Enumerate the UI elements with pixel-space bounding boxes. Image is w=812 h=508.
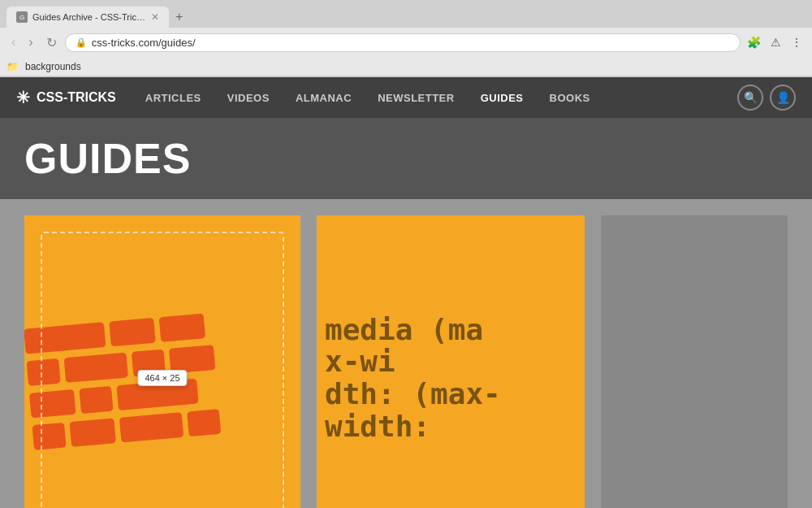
- guides-grid: ↗ 464 × 25 A Complete Guide to Flexbox L…: [24, 215, 788, 508]
- profile-button[interactable]: ⚠: [767, 33, 784, 52]
- tab-title: Guides Archive - CSS-Tricks A...: [32, 12, 146, 22]
- logo-star-icon: ✳: [16, 88, 30, 107]
- site-nav: ✳ CSS-TRICKS ARTICLES VIDEOS ALMANAC NEW…: [0, 77, 812, 118]
- bookmark-backgrounds[interactable]: backgrounds: [25, 61, 81, 72]
- guide-card-flexbox[interactable]: ↗ 464 × 25 A Complete Guide to Flexbox L…: [24, 215, 300, 508]
- guide-card-media[interactable]: media (max-width: (max-width: Media Quer…: [317, 215, 585, 508]
- logo-text: CSS-TRICKS: [37, 90, 116, 105]
- tooltip-badge: 464 × 25: [137, 370, 187, 386]
- page-header: GUIDES: [0, 118, 812, 199]
- new-tab-button[interactable]: +: [169, 7, 189, 28]
- browser-tabs: G Guides Archive - CSS-Tricks A... ✕ +: [0, 0, 812, 28]
- bookmark-folder-icon: 📁: [6, 61, 19, 72]
- lock-icon: 🔒: [76, 37, 87, 48]
- nav-books[interactable]: BOOKS: [537, 77, 603, 118]
- nav-actions: 🔍 👤: [737, 85, 796, 111]
- page-title: GUIDES: [24, 134, 788, 183]
- media-code-text: media (max-width: (max-width:: [325, 314, 577, 442]
- content-area: ↗ 464 × 25 A Complete Guide to Flexbox L…: [0, 199, 812, 508]
- forward-button[interactable]: ›: [24, 32, 37, 53]
- media-text-overlay: media (max-width: (max-width:: [317, 215, 585, 508]
- guide-thumbnail-flexbox: ↗ 464 × 25: [24, 215, 300, 508]
- site-logo[interactable]: ✳ CSS-TRICKS: [16, 88, 116, 107]
- toolbar-icons: 🧩 ⚠ ⋮: [744, 33, 806, 52]
- extensions-button[interactable]: 🧩: [744, 33, 764, 52]
- guide-card-placeholder: [601, 215, 788, 508]
- active-tab[interactable]: G Guides Archive - CSS-Tricks A... ✕: [6, 7, 169, 28]
- menu-button[interactable]: ⋮: [788, 33, 806, 52]
- account-button[interactable]: 👤: [770, 85, 796, 111]
- nav-links: ARTICLES VIDEOS ALMANAC NEWSLETTER GUIDE…: [132, 77, 737, 118]
- nav-articles[interactable]: ARTICLES: [132, 77, 214, 118]
- guide-thumbnail-media: media (max-width: (max-width:: [317, 215, 585, 508]
- bookmarks-bar: 📁 backgrounds: [0, 57, 812, 76]
- browser-toolbar: ‹ › ↻ 🔒 css-tricks.com/guides/ 🧩 ⚠ ⋮: [0, 28, 812, 57]
- nav-almanac[interactable]: ALMANAC: [283, 77, 365, 118]
- nav-videos[interactable]: VIDEOS: [214, 77, 283, 118]
- nav-guides[interactable]: GUIDES: [468, 77, 537, 118]
- reload-button[interactable]: ↻: [41, 32, 62, 54]
- bookmark-label: backgrounds: [25, 61, 81, 72]
- tab-favicon: G: [16, 11, 28, 23]
- search-button[interactable]: 🔍: [737, 85, 763, 111]
- browser-chrome: G Guides Archive - CSS-Tricks A... ✕ + ‹…: [0, 0, 812, 77]
- address-bar[interactable]: 🔒 css-tricks.com/guides/: [65, 33, 741, 52]
- back-button[interactable]: ‹: [6, 32, 20, 53]
- nav-newsletter[interactable]: NEWSLETTER: [365, 77, 468, 118]
- url-text: css-tricks.com/guides/: [92, 37, 730, 49]
- tab-close-button[interactable]: ✕: [151, 11, 159, 23]
